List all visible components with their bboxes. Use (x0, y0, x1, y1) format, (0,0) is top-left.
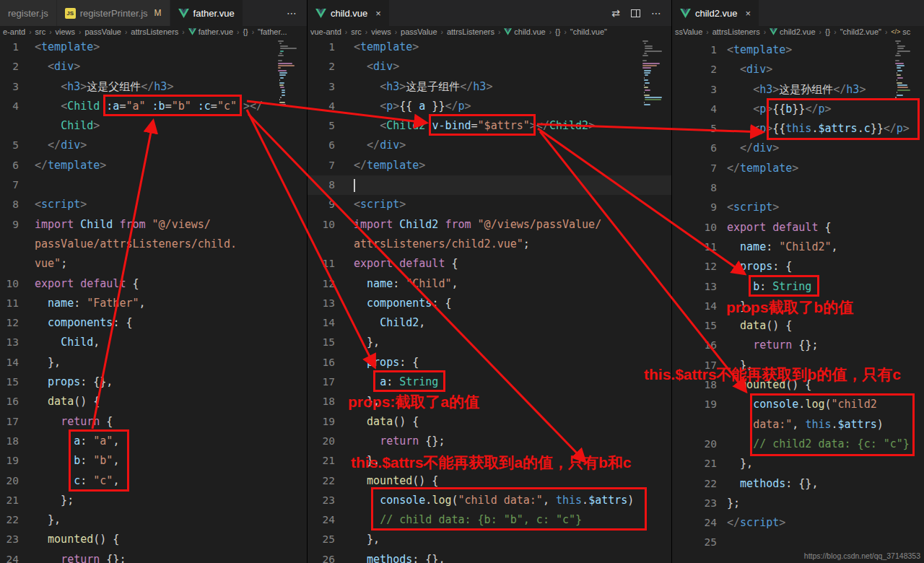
breadcrumb-item[interactable]: "child.vue" (570, 27, 607, 36)
code-line[interactable]: 6 </div> (672, 139, 924, 158)
code-line[interactable]: 5 <p>{{this.$attrs.c}}</p> (672, 119, 924, 139)
code-line[interactable]: passValue/attrsListeners/child. (0, 235, 307, 254)
code-line[interactable]: 21 }, (308, 451, 671, 471)
code-line[interactable]: 12 props: { (672, 257, 924, 276)
code-line[interactable]: 8 (672, 178, 924, 198)
breadcrumb-item[interactable]: father.vue (188, 27, 233, 36)
code-line[interactable]: 22 }, (0, 510, 307, 530)
code-line[interactable]: 11 name: "Father", (0, 294, 307, 313)
code-line[interactable]: 4 <Child :a="a" :b="b" :c="c" ></ (0, 97, 307, 116)
breadcrumb-item[interactable]: </>sc (891, 27, 910, 36)
code-line[interactable]: 19 console.log("child2 (672, 395, 924, 414)
code-line[interactable]: 7</template> (672, 159, 924, 178)
tab-child.vue[interactable]: child.vue× (308, 0, 390, 26)
breadcrumb-item[interactable]: passValue (401, 27, 437, 36)
breadcrumb-item[interactable]: passValue (84, 27, 121, 36)
code-line[interactable]: 25 (672, 533, 924, 552)
tab-registerPrinter.js[interactable]: JSregisterPrinter.jsM (57, 0, 170, 26)
breadcrumb-item[interactable]: src (351, 27, 362, 36)
code-line[interactable]: 3 <h3>这是孙组件</h3> (672, 80, 924, 100)
code-line[interactable]: 10import Child2 from "@/views/passValue/ (308, 215, 671, 235)
breadcrumb-item[interactable]: child.vue (504, 27, 545, 36)
code-line[interactable]: 15 props: {}, (0, 372, 307, 392)
code-line[interactable]: 14 Child2, (308, 313, 671, 333)
minimap[interactable] (278, 40, 297, 107)
breadcrumb-item[interactable]: ssValue (675, 27, 702, 36)
split-editor-icon[interactable] (631, 9, 640, 17)
close-tab-icon[interactable]: × (746, 8, 751, 19)
code-line[interactable]: 16 return {}; (672, 336, 924, 355)
breadcrumb-item[interactable]: attrsListeners (131, 27, 178, 36)
breadcrumb-item[interactable]: vue-antd (310, 27, 341, 36)
code-line[interactable]: 17 }, (672, 356, 924, 375)
tab-register.js[interactable]: register.js (0, 0, 57, 26)
code-line[interactable]: 21 }, (672, 454, 924, 473)
code-line[interactable]: 24</script> (672, 513, 924, 533)
code-line[interactable]: 13 Child, (0, 333, 307, 352)
code-line[interactable]: 13 b: String (672, 277, 924, 297)
code-line[interactable]: 3 <h3>这是子组件</h3> (308, 77, 671, 97)
code-line[interactable]: 23}; (672, 494, 924, 513)
code-line[interactable]: 2 <div> (672, 60, 924, 79)
code-line[interactable]: 18 }, (308, 392, 671, 411)
code-line[interactable]: 5 <Child2 v-bind="$attrs"></Child2> (308, 116, 671, 136)
code-line[interactable]: 15 }, (308, 333, 671, 352)
code-line[interactable]: 23 mounted() { (0, 530, 307, 549)
open-changes-icon[interactable]: ⇄ (611, 7, 620, 19)
code-line[interactable]: 2 <div> (308, 57, 671, 77)
code-line[interactable]: 1<template> (672, 40, 924, 60)
breadcrumb-item[interactable]: {} (243, 27, 248, 36)
code-line[interactable]: 2 <div> (0, 57, 307, 77)
code-line[interactable]: 18 a: "a", (0, 432, 307, 451)
code-line[interactable]: 13 components: { (308, 294, 671, 313)
close-tab-icon[interactable]: × (375, 8, 381, 19)
code-line[interactable]: 9<script> (672, 198, 924, 217)
code-line[interactable]: 5 </div> (0, 136, 307, 155)
code-line[interactable]: 22 methods: {}, (672, 474, 924, 494)
code-line[interactable]: 7</template> (308, 156, 671, 175)
more-actions-icon[interactable]: ⋯ (651, 7, 661, 19)
tab-father.vue[interactable]: father.vue (170, 0, 243, 26)
code-line[interactable]: 14 }, (0, 353, 307, 372)
code-line[interactable]: 20 // child2 data: {c: "c"} (672, 435, 924, 454)
code-line[interactable]: 19 data() { (308, 412, 671, 432)
code-line[interactable]: 24 return {}; (0, 550, 307, 563)
minimap[interactable] (895, 40, 914, 104)
breadcrumb-item[interactable]: {} (825, 27, 830, 36)
code-line[interactable]: 10export default { (0, 274, 307, 294)
code-line[interactable]: 12 name: "Child", (308, 274, 671, 294)
code-line[interactable]: 21 }; (0, 491, 307, 510)
code-line[interactable]: 16 props: { (308, 353, 671, 372)
code-line[interactable]: 16 data() { (0, 392, 307, 411)
code-line[interactable]: 7 (0, 175, 307, 195)
code-line[interactable]: 23 console.log("child data:", this.$attr… (308, 491, 671, 510)
breadcrumb-item[interactable]: {} (555, 27, 560, 36)
code-line[interactable]: 1<template> (0, 38, 307, 57)
breadcrumb-item[interactable]: e-antd (3, 27, 25, 36)
code-line[interactable]: data:", this.$attrs) (672, 415, 924, 435)
breadcrumb-item[interactable]: attrsListeners (447, 27, 494, 36)
code-line[interactable]: vue"; (0, 254, 307, 274)
breadcrumb-item[interactable]: "father... (258, 27, 287, 36)
code-line[interactable]: 26 methods: {}, (308, 550, 671, 563)
more-actions-icon[interactable]: ⋯ (287, 7, 297, 19)
breadcrumb-item[interactable]: "child2.vue" (840, 27, 881, 36)
code-line[interactable]: 14 }, (672, 297, 924, 316)
minimap[interactable] (642, 40, 661, 107)
breadcrumb-item[interactable]: src (35, 27, 46, 36)
code-line[interactable]: 6</template> (0, 156, 307, 175)
code-line[interactable]: 20 return {}; (308, 432, 671, 451)
code-line[interactable]: 25 }, (308, 530, 671, 549)
code-line[interactable]: 24 // child data: {b: "b", c: "c"} (308, 510, 671, 530)
breadcrumb-item[interactable]: views (56, 27, 76, 36)
code-line[interactable]: 11 name: "Child2", (672, 237, 924, 257)
code-line[interactable]: 20 c: "c", (0, 471, 307, 491)
code-line[interactable]: 17 a: String (308, 372, 671, 392)
code-line[interactable]: 12 components: { (0, 313, 307, 333)
code-line[interactable]: 17 return { (0, 412, 307, 432)
breadcrumb-item[interactable]: attrsListeners (712, 27, 760, 36)
tab-child2.vue[interactable]: child2.vue× (672, 0, 759, 26)
code-line[interactable]: 9import Child from "@/views/ (0, 215, 307, 235)
code-line[interactable]: 9<script> (308, 195, 671, 214)
code-line[interactable]: 19 b: "b", (0, 451, 307, 471)
